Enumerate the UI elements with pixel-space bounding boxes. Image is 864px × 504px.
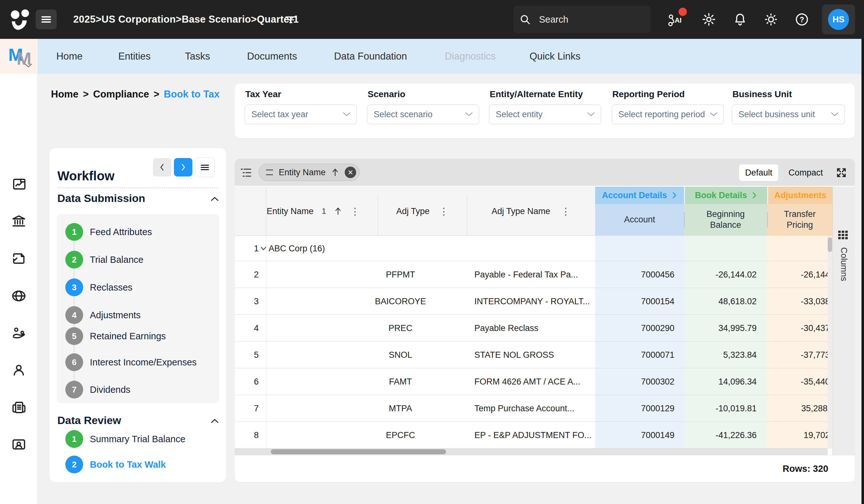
- vertical-scrollbar[interactable]: [828, 236, 832, 448]
- ai-assistant-button[interactable]: AI: [663, 0, 689, 39]
- table-row[interactable]: 3BAICOROYE INTERCOMPANY - ROYALT...70001…: [235, 288, 832, 315]
- column-menu-icon[interactable]: ⋮: [350, 206, 360, 217]
- column-menu-icon[interactable]: ⋮: [561, 206, 571, 217]
- filter-label-scenario: Scenario: [368, 89, 405, 99]
- chevron-down-icon: [465, 112, 473, 117]
- business-unit-select[interactable]: Select business unit: [732, 105, 845, 124]
- tab-data-foundation[interactable]: Data Foundation: [334, 39, 407, 74]
- reporting-period-select[interactable]: Select reporting period: [612, 105, 724, 124]
- group-collapse-chevron-icon[interactable]: [260, 246, 267, 251]
- collapse-chevron-up-icon[interactable]: [210, 196, 219, 202]
- table-row[interactable]: 4PREC Payable Reclass7000290 34,995.79-3…: [235, 315, 832, 341]
- menu-icon: [201, 164, 209, 171]
- step-dividends[interactable]: 7Dividends: [49, 381, 226, 398]
- hamburger-menu-button[interactable]: [36, 10, 57, 29]
- subheader-transfer-pricing[interactable]: Transfer Pricing: [767, 204, 832, 236]
- svg-text:AI: AI: [675, 16, 682, 24]
- section-title-data-review: Data Review: [57, 414, 121, 427]
- group-by-chip[interactable]: Entity Name: [259, 164, 360, 181]
- workflow-next-button[interactable]: [174, 158, 192, 177]
- user-menu-button[interactable]: HS: [822, 4, 855, 34]
- sort-asc-arrow-icon[interactable]: [331, 168, 339, 177]
- columns-panel-tab[interactable]: Columns: [832, 187, 855, 455]
- header-adj-type[interactable]: Adj Type ⋮: [378, 187, 467, 236]
- search-input[interactable]: Search: [514, 6, 650, 33]
- filter-label-tax-year: Tax Year: [245, 89, 281, 99]
- settings-button[interactable]: [696, 0, 722, 39]
- table-row[interactable]: 7MTPA Temp Purchase Account...7000129 -1…: [235, 395, 832, 422]
- table-row[interactable]: 8EPCFC EP - E&P ADJUSTMENT FO...7000149 …: [235, 422, 832, 448]
- group-header-adjustments[interactable]: Adjustments: [767, 187, 832, 204]
- close-icon: [348, 170, 353, 175]
- filter-panel: Tax Year Select tax year Scenario Select…: [235, 83, 855, 138]
- chip-remove-button[interactable]: [345, 167, 356, 178]
- step-summary-trial-balance[interactable]: 1Summary Trial Balance: [49, 430, 226, 448]
- header-adj-type-name[interactable]: Adj Type Name ⋮: [467, 187, 595, 236]
- chevron-right-icon: [672, 191, 677, 199]
- subheader-divider: [684, 212, 685, 227]
- icon-rail: [0, 74, 38, 504]
- help-icon: ?: [794, 12, 809, 27]
- header-entity-name[interactable]: Entity Name 1 ⋮: [267, 187, 360, 236]
- breadcrumb-book-to-tax[interactable]: Book to Tax: [164, 88, 219, 100]
- primary-nav: M M Home Entities Tasks Documents Data F…: [0, 39, 864, 74]
- tab-tasks[interactable]: Tasks: [185, 39, 210, 74]
- grid-toolbar: Entity Name Default Compact: [235, 159, 855, 187]
- entity-select[interactable]: Select entity: [489, 105, 601, 124]
- row-groups-icon[interactable]: [240, 167, 252, 178]
- subheader-beginning-balance[interactable]: Beginning Balance: [684, 204, 767, 236]
- notifications-button[interactable]: [727, 0, 753, 39]
- step-reclasses[interactable]: 3Reclasses: [49, 278, 226, 296]
- sort-asc-arrow-icon[interactable]: [334, 207, 342, 216]
- workflow-menu-button[interactable]: [195, 157, 215, 177]
- table-row-group[interactable]: 1 ABC Corp (16): [235, 236, 832, 261]
- step-trial-balance[interactable]: 2Trial Balance: [49, 251, 226, 268]
- context-path[interactable]: 2025>US Corporation>Base Scenario>Quarte…: [73, 0, 299, 39]
- subheader-account[interactable]: Account: [595, 204, 684, 236]
- rail-contacts-button[interactable]: [0, 435, 38, 454]
- step-interest-income-expenses[interactable]: 6Interest Income/Expenses: [49, 353, 226, 371]
- filter-label-reporting-period: Reporting Period: [612, 89, 685, 99]
- tab-home[interactable]: Home: [56, 39, 83, 74]
- step-feed-attributes[interactable]: 1Feed Attributes: [49, 223, 226, 241]
- rail-tasks-button[interactable]: [0, 249, 38, 268]
- step-adjustments[interactable]: 4Adjustments: [49, 306, 226, 324]
- table-row[interactable]: 6FAMT FORM 4626 AMT / ACE A...7000302 14…: [235, 368, 832, 395]
- chevron-down-icon: [830, 112, 839, 117]
- horizontal-scrollbar-thumb[interactable]: [271, 449, 446, 454]
- theme-toggle-button[interactable]: [758, 0, 784, 39]
- collapse-chevron-up-icon[interactable]: [210, 418, 219, 424]
- context-filter-icon[interactable]: [285, 14, 297, 25]
- group-header-book-details[interactable]: Book Details: [684, 187, 767, 204]
- table-row[interactable]: 5SNOL STATE NOL GROSS7000071 5,323.84-37…: [235, 341, 832, 368]
- vertical-scrollbar-thumb[interactable]: [828, 237, 832, 252]
- view-default-button[interactable]: Default: [739, 164, 778, 181]
- group-header-account-details[interactable]: Account Details: [595, 187, 684, 204]
- rail-print-button[interactable]: [0, 398, 38, 417]
- tab-entities[interactable]: Entities: [118, 39, 151, 74]
- drag-handle-icon[interactable]: [266, 169, 273, 175]
- tab-quick-links[interactable]: Quick Links: [529, 39, 580, 74]
- tax-year-select[interactable]: Select tax year: [245, 105, 357, 124]
- step-book-to-tax-walk[interactable]: 2Book to Tax Walk: [49, 456, 226, 473]
- product-logo-block[interactable]: M M: [0, 39, 38, 74]
- breadcrumb-compliance[interactable]: Compliance: [93, 88, 149, 100]
- workflow-prev-button[interactable]: [153, 158, 171, 177]
- breadcrumb-home[interactable]: Home: [51, 88, 79, 100]
- step-retained-earnings[interactable]: 5Retained Earnings: [49, 327, 226, 345]
- globe-icon: [11, 288, 26, 304]
- scenario-select[interactable]: Select scenario: [367, 105, 479, 124]
- help-button[interactable]: ?: [789, 0, 815, 39]
- rail-global-button[interactable]: [0, 286, 38, 305]
- rail-report-button[interactable]: [0, 175, 38, 194]
- view-compact-button[interactable]: Compact: [783, 164, 828, 181]
- table-row[interactable]: 2PFPMT Payable - Federal Tax Pa...700045…: [235, 261, 832, 288]
- tab-documents[interactable]: Documents: [247, 39, 297, 74]
- app-root: 2025>US Corporation>Base Scenario>Quarte…: [0, 0, 864, 504]
- column-menu-icon[interactable]: ⋮: [439, 206, 448, 217]
- rail-entity-button[interactable]: [0, 212, 38, 231]
- gear-icon: [701, 12, 716, 27]
- rail-ownership-button[interactable]: [0, 323, 38, 343]
- rail-users-button[interactable]: [0, 361, 38, 380]
- fullscreen-icon[interactable]: [836, 167, 847, 178]
